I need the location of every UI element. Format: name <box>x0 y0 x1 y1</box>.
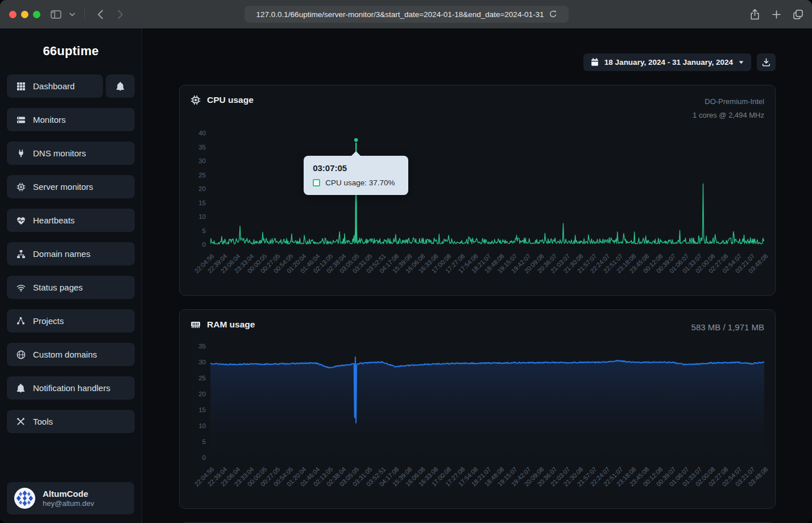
date-range-label: 18 January, 2024 - 31 January, 2024 <box>604 58 733 67</box>
y-axis-tick: 40 <box>198 130 206 136</box>
tab-overview-icon[interactable] <box>793 10 803 19</box>
sidebar-toggle-icon[interactable] <box>51 10 61 19</box>
ram-chart-plot[interactable] <box>210 343 764 462</box>
card-title: RAM usage <box>207 319 255 330</box>
traffic-light-minimize[interactable] <box>21 11 28 18</box>
y-axis-tick: 0 <box>202 454 206 461</box>
brand-logo[interactable]: 66uptime <box>7 28 135 74</box>
traffic-lights <box>9 11 40 18</box>
sidebar-item-tools[interactable]: Tools <box>7 410 135 433</box>
sidebar-item-dashboard[interactable]: Dashboard <box>7 74 103 98</box>
new-tab-icon[interactable] <box>772 10 781 19</box>
ram-stick-icon <box>190 319 201 330</box>
back-icon[interactable] <box>97 10 103 19</box>
sidebar-item-label: Projects <box>33 316 64 326</box>
forward-icon[interactable] <box>117 10 123 19</box>
bell-icon <box>16 384 26 393</box>
ram-usage-card: RAM usage 583 MB / 1,971 MB 051015202530… <box>179 309 776 509</box>
sidebar-item-label: Server monitors <box>33 182 93 192</box>
ram-y-axis: 05101520253035 <box>190 343 206 462</box>
y-axis-tick: 35 <box>198 144 206 151</box>
main-content: 18 January, 2024 - 31 January, 2024 <box>142 28 812 523</box>
server-stack-icon <box>16 115 26 124</box>
bell-icon <box>115 82 125 91</box>
cpu-y-axis: 0510152025303540 <box>190 130 206 248</box>
y-axis-tick: 10 <box>198 213 206 220</box>
sidebar-item-label: Heartbeats <box>33 215 74 225</box>
cpu-x-axis: 22:04:5622:39:0423:06:0423:33:0400:00:05… <box>210 248 764 292</box>
reload-icon[interactable] <box>549 10 557 18</box>
user-email: hey@altum.dev <box>43 499 94 508</box>
tooltip-time: 03:07:05 <box>313 163 399 173</box>
caret-down-icon <box>739 61 744 64</box>
sidebar-item-label: Tools <box>33 417 53 426</box>
y-axis-tick: 0 <box>202 241 206 248</box>
y-axis-tick: 20 <box>198 185 206 192</box>
cpu-usage-card: CPU usage DO-Premium-Intel 1 cores @ 2,4… <box>179 85 776 296</box>
cpu-chart-canvas[interactable] <box>210 130 764 248</box>
sidebar-item-label: DNS monitors <box>33 148 86 158</box>
export-button[interactable] <box>757 53 776 71</box>
sidebar: 66uptime Dashboard Monit <box>0 28 142 523</box>
card-title: CPU usage <box>207 95 254 105</box>
server-plan-label: DO-Premium-Intel <box>693 95 764 109</box>
ram-x-axis: 22:04:5622:39:0423:06:0423:33:0400:00:05… <box>210 462 764 505</box>
wifi-icon <box>16 284 26 292</box>
y-axis-tick: 5 <box>202 227 206 234</box>
heart-pulse-icon <box>16 216 26 225</box>
traffic-light-close[interactable] <box>9 11 16 18</box>
sidebar-item-label: Domain names <box>33 249 90 259</box>
sidebar-item-label: Dashboard <box>33 81 74 91</box>
sidebar-item-custom-domains[interactable]: Custom domains <box>7 343 135 366</box>
tooltip-arrow <box>351 151 361 156</box>
globe-icon <box>16 350 26 359</box>
ram-chart-canvas[interactable] <box>210 343 764 462</box>
url-text: 127.0.0.1/66uptime/server-monitor/3&star… <box>256 10 544 19</box>
tooltip-series-value: 37.70% <box>369 179 395 187</box>
chart-tooltip: 03:07:05 CPU usage: 37.70% <box>304 156 408 195</box>
tooltip-series-label: CPU usage: <box>325 179 367 187</box>
tooltip-series-swatch <box>313 179 320 186</box>
sidebar-item-label: Notification handlers <box>33 383 110 393</box>
user-account-card[interactable]: AltumCode hey@altum.dev <box>7 482 134 514</box>
cpu-chip-icon <box>16 182 26 192</box>
browser-window: 127.0.0.1/66uptime/server-monitor/3&star… <box>0 0 812 523</box>
sidebar-item-monitors[interactable]: Monitors <box>7 108 135 131</box>
sidebar-item-status-pages[interactable]: Status pages <box>7 276 135 299</box>
traffic-light-zoom[interactable] <box>33 11 40 18</box>
y-axis-tick: 35 <box>198 343 206 350</box>
grid-icon <box>16 82 26 91</box>
browser-toolbar: 127.0.0.1/66uptime/server-monitor/3&star… <box>0 0 812 28</box>
sidebar-item-notification-handlers[interactable]: Notification handlers <box>7 376 135 400</box>
toolbar-divider <box>84 9 85 19</box>
sidebar-item-dns-monitors[interactable]: DNS monitors <box>7 142 135 165</box>
tools-icon <box>16 417 26 426</box>
y-axis-tick: 25 <box>198 375 206 381</box>
user-name: AltumCode <box>43 489 94 500</box>
chevron-down-icon[interactable] <box>69 13 75 16</box>
cpu-chip-icon <box>190 95 201 105</box>
hover-marker-dot <box>354 138 358 142</box>
plug-icon <box>16 149 26 158</box>
diagram-icon <box>16 317 26 325</box>
sidebar-item-heartbeats[interactable]: Heartbeats <box>7 209 135 232</box>
notifications-button[interactable] <box>106 74 135 98</box>
sidebar-item-server-monitors[interactable]: Server monitors <box>7 175 135 198</box>
cpu-chart-plot[interactable]: 03:07:05 CPU usage: 37.70% <box>210 130 764 248</box>
sidebar-item-label: Status pages <box>33 283 83 292</box>
y-axis-tick: 15 <box>198 406 206 413</box>
download-icon <box>762 58 770 67</box>
y-axis-tick: 30 <box>198 359 206 366</box>
sidebar-item-label: Custom domains <box>33 350 97 359</box>
sitemap-icon <box>16 250 26 259</box>
y-axis-tick: 25 <box>198 172 206 179</box>
avatar <box>14 487 36 509</box>
share-icon[interactable] <box>750 9 760 20</box>
y-axis-tick: 30 <box>198 157 206 164</box>
sidebar-item-projects[interactable]: Projects <box>7 309 135 333</box>
url-field[interactable]: 127.0.0.1/66uptime/server-monitor/3&star… <box>245 6 569 23</box>
sidebar-item-domain-names[interactable]: Domain names <box>7 242 135 265</box>
date-range-picker[interactable]: 18 January, 2024 - 31 January, 2024 <box>583 53 751 71</box>
sidebar-item-label: Monitors <box>33 115 66 124</box>
y-axis-tick: 10 <box>198 422 206 429</box>
